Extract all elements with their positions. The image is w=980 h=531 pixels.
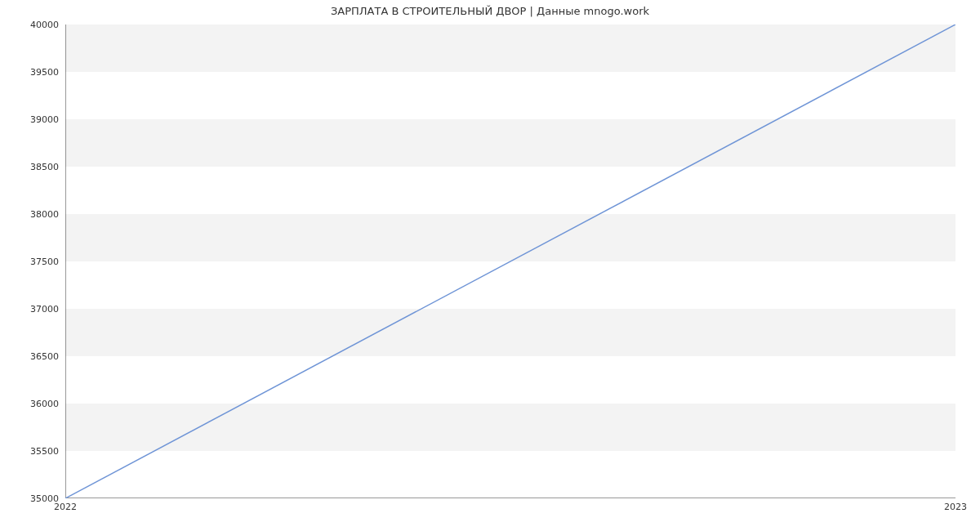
svg-rect-0 [65, 25, 956, 72]
chart-svg [65, 25, 956, 498]
chart-title: ЗАРПЛАТА В СТРОИТЕЛЬНЫЙ ДВОР | Данные mn… [0, 5, 980, 17]
y-tick-label: 38000 [10, 209, 59, 220]
y-tick-label: 39500 [10, 67, 59, 78]
svg-rect-1 [65, 119, 956, 167]
x-tick-label: 2022 [54, 502, 77, 512]
y-tick-label: 40000 [10, 20, 59, 30]
y-tick-label: 39000 [10, 114, 59, 125]
y-tick-label: 37000 [10, 304, 59, 315]
y-tick-label: 36000 [10, 399, 59, 409]
svg-rect-2 [65, 214, 956, 261]
chart-container: ЗАРПЛАТА В СТРОИТЕЛЬНЫЙ ДВОР | Данные mn… [0, 0, 980, 531]
y-tick-label: 37500 [10, 257, 59, 267]
grid-bands [65, 25, 956, 451]
svg-rect-3 [65, 309, 956, 356]
plot-area [65, 25, 956, 498]
y-tick-label: 38500 [10, 162, 59, 172]
y-tick-label: 35500 [10, 446, 59, 457]
x-tick-label: 2023 [944, 502, 967, 512]
y-tick-label: 36500 [10, 351, 59, 362]
y-tick-label: 35000 [10, 493, 59, 504]
